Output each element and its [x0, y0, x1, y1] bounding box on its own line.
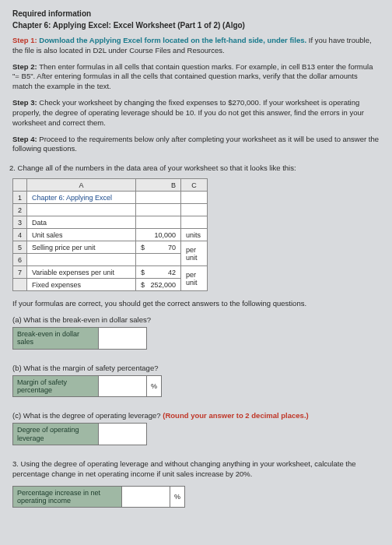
step-1: Step 1: Download the Applying Excel form…	[12, 36, 380, 56]
step-3-label: Step 3:	[12, 98, 37, 107]
qc-round-note: (Round your answer to 2 decimal places.)	[163, 411, 308, 420]
cell-b3	[136, 216, 181, 229]
answer-box-b: Margin of safety percentage %	[12, 375, 162, 398]
answer-box-c: Degree of operating leverage	[12, 423, 147, 445]
step-4-label: Step 4:	[12, 135, 37, 143]
question-3: 3. Using the degree of operating leverag…	[12, 459, 380, 480]
question-c: (c) What is the degree of operating leve…	[12, 411, 380, 420]
row-num: 6	[13, 254, 27, 266]
row-num: 4	[13, 229, 27, 241]
answer-box-3: Percentage increase in net operating inc…	[12, 486, 185, 508]
cell-a8: Fixed expenses	[27, 279, 136, 291]
row-num	[13, 279, 27, 291]
after-table-text: If your formulas are correct, you should…	[12, 299, 380, 309]
cell-c7: per unit	[181, 266, 208, 291]
q3-percent-symbol: %	[170, 486, 185, 508]
cell-b5: $70	[136, 241, 181, 254]
cell-a4: Unit sales	[27, 229, 136, 241]
qb-label: Margin of safety percentage	[13, 375, 99, 397]
cell-c4: units	[181, 229, 208, 241]
cell-b6	[136, 254, 181, 266]
step-2: Step 2: Then enter formulas in all cells…	[12, 62, 380, 92]
cell-c1	[181, 192, 208, 204]
required-info-heading: Required information	[12, 9, 380, 18]
qb-input[interactable]	[99, 375, 147, 397]
step-2-label: Step 2:	[12, 62, 37, 71]
cell-b4: 10,000	[136, 229, 181, 241]
question-a: (a) What is the break-even in dollar sal…	[12, 315, 380, 324]
excel-data-table: A B C 1 Chapter 6: Applying Excel 2 3 Da…	[12, 178, 208, 291]
cell-c2	[181, 204, 208, 216]
question-b: (b) What is the margin of safety percent…	[12, 364, 380, 372]
row-num: 5	[13, 241, 27, 254]
cell-b7: $42	[136, 266, 181, 279]
step-1-download-link[interactable]: Download the Applying Excel form located…	[39, 36, 306, 44]
step-4-text: Proceed to the requirements below only a…	[12, 135, 379, 153]
qb-percent-symbol: %	[147, 375, 162, 397]
qa-label: Break-even in dollar sales	[13, 327, 99, 349]
col-header-c: C	[181, 179, 208, 192]
cell-a2	[27, 204, 136, 216]
cell-a1: Chapter 6: Applying Excel	[27, 192, 136, 204]
question-2-text: 2. Change all of the numbers in the data…	[9, 164, 380, 172]
cell-b8: $252,000	[136, 279, 181, 291]
col-header-b: B	[136, 179, 181, 192]
answer-box-a: Break-even in dollar sales	[12, 327, 147, 350]
col-header-a: A	[27, 179, 136, 192]
row-num: 2	[13, 204, 27, 216]
cell-a7: Variable expenses per unit	[27, 266, 136, 279]
cell-b1	[136, 192, 181, 204]
cell-a6	[27, 254, 136, 266]
row-num: 7	[13, 266, 27, 279]
cell-c5: per unit	[181, 241, 208, 266]
step-2-text: Then enter formulas in all cells that co…	[12, 62, 373, 91]
qa-input[interactable]	[99, 327, 147, 349]
cell-c3	[181, 216, 208, 229]
step-4: Step 4: Proceed to the requirements belo…	[12, 135, 380, 155]
qc-text: (c) What is the degree of operating leve…	[12, 411, 163, 420]
corner-cell	[13, 179, 27, 192]
q3-label: Percentage increase in net operating inc…	[13, 486, 122, 508]
row-num: 3	[13, 216, 27, 229]
step-1-label: Step 1:	[12, 36, 39, 44]
step-3-text: Check your worksheet by changing the fix…	[12, 98, 364, 127]
row-num: 1	[13, 192, 27, 204]
q3-input[interactable]	[122, 486, 170, 508]
chapter-heading: Chapter 6: Applying Excel: Excel Workshe…	[12, 21, 380, 30]
qc-input[interactable]	[99, 424, 147, 445]
cell-a3: Data	[27, 216, 136, 229]
cell-a5: Selling price per unit	[27, 241, 136, 254]
qc-label: Degree of operating leverage	[13, 424, 99, 445]
step-3: Step 3: Check your worksheet by changing…	[12, 98, 380, 128]
cell-b2	[136, 204, 181, 216]
